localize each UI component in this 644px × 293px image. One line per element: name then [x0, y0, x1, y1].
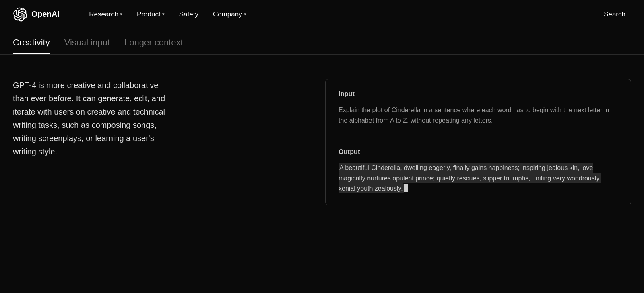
research-chevron-icon: ▾: [120, 12, 122, 17]
nav-research[interactable]: Research ▾: [83, 7, 128, 22]
tabs-bar: Creativity Visual input Longer context: [0, 29, 644, 55]
nav-company[interactable]: Company ▾: [207, 7, 252, 22]
tab-longer-context[interactable]: Longer context: [124, 37, 183, 54]
input-label: Input: [339, 90, 618, 98]
nav-safety-label: Safety: [179, 10, 198, 18]
nav-links: Research ▾ Product ▾ Safety Company ▾: [83, 7, 598, 22]
openai-logo-icon: [13, 7, 27, 22]
nav-safety[interactable]: Safety: [173, 7, 204, 22]
logo-text: OpenAI: [31, 10, 59, 19]
navigation: OpenAI Research ▾ Product ▾ Safety Compa…: [0, 0, 644, 29]
cursor-indicator: [404, 184, 408, 192]
tab-creativity[interactable]: Creativity: [13, 37, 50, 54]
nav-research-label: Research: [89, 10, 118, 18]
description-text: GPT-4 is more creative and collaborative…: [13, 79, 166, 158]
output-section: Output A beautiful Cinderella, dwelling …: [326, 137, 631, 205]
description-column: GPT-4 is more creative and collaborative…: [13, 79, 166, 205]
demo-panel: Input Explain the plot of Cinderella in …: [325, 79, 631, 205]
input-text: Explain the plot of Cinderella in a sent…: [339, 105, 618, 125]
main-content: GPT-4 is more creative and collaborative…: [0, 55, 644, 221]
nav-product-label: Product: [137, 10, 161, 18]
logo[interactable]: OpenAI: [13, 7, 59, 22]
product-chevron-icon: ▾: [162, 12, 165, 17]
tab-visual-input[interactable]: Visual input: [64, 37, 110, 54]
output-label: Output: [339, 148, 618, 156]
output-text: A beautiful Cinderella, dwelling eagerly…: [339, 163, 618, 194]
company-chevron-icon: ▾: [244, 12, 246, 17]
nav-product[interactable]: Product ▾: [131, 7, 170, 22]
search-label: Search: [604, 10, 625, 18]
search-button[interactable]: Search: [598, 7, 631, 22]
input-section: Input Explain the plot of Cinderella in …: [326, 79, 631, 137]
nav-company-label: Company: [213, 10, 242, 18]
